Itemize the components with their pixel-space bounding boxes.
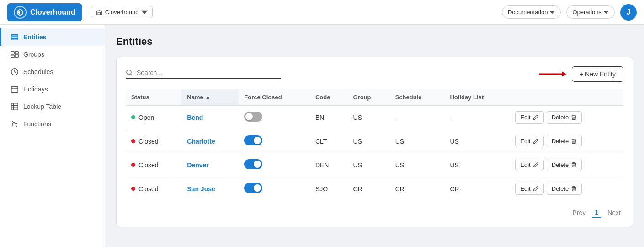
- edit-button-3[interactable]: Edit: [515, 159, 543, 171]
- svg-rect-5: [11, 52, 14, 54]
- sidebar: Entities Groups Schedules Holidays: [0, 25, 105, 247]
- prev-button[interactable]: Prev: [570, 208, 589, 217]
- documentation-label: Documentation: [508, 9, 548, 16]
- edit-button-2[interactable]: Edit: [515, 135, 543, 147]
- cell-holiday-list-3: US: [444, 153, 510, 177]
- logo-text: Cloverhound: [30, 8, 75, 16]
- search-input[interactable]: [137, 69, 281, 76]
- entity-link-2[interactable]: Charlotte: [187, 138, 215, 145]
- svg-rect-10: [11, 87, 18, 93]
- toolbar: + New Entity: [126, 66, 623, 82]
- table-row: Closed Denver DEN US US US Edit: [126, 153, 623, 177]
- entity-link-4[interactable]: San Jose: [187, 185, 215, 193]
- toggle-2[interactable]: [244, 135, 262, 145]
- edit-button-1[interactable]: Edit: [515, 111, 543, 124]
- lookup-table-icon: [11, 102, 19, 111]
- sidebar-item-schedules[interactable]: Schedules: [0, 63, 105, 81]
- toggle-4[interactable]: [244, 183, 262, 193]
- col-force-closed[interactable]: Force Closed: [239, 89, 310, 106]
- pagination: Prev 1 Next: [126, 208, 623, 218]
- delete-button-4[interactable]: Delete: [547, 183, 582, 195]
- schedules-icon: [11, 68, 19, 76]
- doc-chevron-icon: [549, 10, 555, 15]
- cell-actions-3: Edit Delete: [510, 153, 623, 177]
- col-group[interactable]: Group: [348, 89, 390, 106]
- toggle-1[interactable]: [244, 112, 262, 122]
- col-schedule[interactable]: Schedule: [390, 89, 445, 106]
- next-button[interactable]: Next: [605, 208, 623, 217]
- table-row: Closed San Jose SJO CR CR CR Edit: [126, 177, 623, 201]
- cell-name-2: Charlotte: [181, 129, 239, 153]
- new-entity-label: + New Entity: [580, 70, 616, 78]
- cell-holiday-list-4: CR: [444, 177, 510, 201]
- svg-marker-14: [562, 71, 566, 77]
- svg-rect-7: [15, 52, 18, 54]
- logo[interactable]: Cloverhound: [7, 3, 82, 21]
- delete-button-1[interactable]: Delete: [547, 111, 582, 124]
- page-title: Entities: [116, 36, 633, 48]
- cell-group-1: US: [348, 106, 390, 129]
- edit-icon-4: [533, 186, 539, 192]
- edit-label-3: Edit: [520, 161, 530, 168]
- holidays-icon: [11, 85, 19, 93]
- status-text-1: Open: [138, 114, 154, 121]
- delete-label-2: Delete: [552, 138, 569, 145]
- table-row: Closed Charlotte CLT US US US Edit: [126, 129, 623, 153]
- col-name[interactable]: Name ▲: [181, 89, 239, 106]
- status-dot-1: [131, 115, 135, 119]
- toggle-3[interactable]: [244, 159, 262, 169]
- entity-link-1[interactable]: Bend: [187, 114, 203, 121]
- new-entity-button[interactable]: + New Entity: [572, 66, 623, 82]
- cell-name-3: Denver: [181, 153, 239, 177]
- sidebar-item-lookup-table[interactable]: Lookup Table: [0, 98, 105, 115]
- action-group-4: Edit Delete: [515, 183, 618, 195]
- action-group-3: Edit Delete: [515, 159, 618, 171]
- cell-name-4: San Jose: [181, 177, 239, 201]
- sidebar-item-entities[interactable]: Entities: [0, 28, 105, 46]
- breadcrumb-button[interactable]: Cloverhound: [91, 6, 153, 18]
- delete-button-2[interactable]: Delete: [547, 135, 582, 147]
- user-avatar[interactable]: J: [620, 4, 637, 21]
- trash-icon-3: [571, 162, 577, 168]
- content-area: Entities: [105, 25, 644, 247]
- entity-link-3[interactable]: Denver: [187, 161, 208, 169]
- trash-icon-1: [571, 114, 577, 120]
- svg-rect-2: [11, 35, 18, 36]
- edit-button-4[interactable]: Edit: [515, 183, 543, 195]
- chevron-down-icon: [141, 9, 148, 16]
- operations-button[interactable]: Operations: [566, 5, 615, 19]
- groups-icon: [11, 50, 19, 59]
- current-page[interactable]: 1: [592, 208, 601, 218]
- delete-button-3[interactable]: Delete: [547, 159, 582, 171]
- sidebar-item-groups[interactable]: Groups: [0, 46, 105, 63]
- svg-rect-1: [96, 11, 101, 15]
- cell-schedule-2: US: [390, 129, 445, 153]
- logo-icon: [14, 6, 27, 19]
- logo-svg: [16, 9, 24, 16]
- col-status[interactable]: Status: [126, 89, 181, 106]
- edit-icon-3: [533, 162, 539, 168]
- sidebar-item-functions[interactable]: Functions: [0, 115, 105, 133]
- svg-point-12: [127, 70, 131, 75]
- arrow-indicator: [539, 69, 566, 80]
- status-dot-4: [131, 187, 135, 191]
- documentation-button[interactable]: Documentation: [502, 5, 561, 19]
- edit-label-2: Edit: [520, 138, 530, 145]
- search-icon: [126, 69, 133, 76]
- cell-status-4: Closed: [126, 177, 181, 201]
- col-holiday-list[interactable]: Holiday List: [444, 89, 510, 106]
- table-header: Status Name ▲ Force Closed Code Group Sc…: [126, 89, 623, 106]
- action-group-2: Edit Delete: [515, 135, 618, 147]
- operations-label: Operations: [572, 9, 601, 16]
- trash-icon-2: [571, 138, 577, 144]
- cell-schedule-4: CR: [390, 177, 445, 201]
- col-code[interactable]: Code: [310, 89, 348, 106]
- sidebar-item-holidays[interactable]: Holidays: [0, 81, 105, 98]
- arrow-svg: [539, 69, 566, 80]
- table-row: Open Bend BN US - - Edit: [126, 106, 623, 129]
- cell-actions-2: Edit Delete: [510, 129, 623, 153]
- svg-rect-6: [11, 55, 14, 58]
- topbar: Cloverhound Cloverhound Documentation Op…: [0, 0, 644, 25]
- delete-label-4: Delete: [552, 185, 569, 192]
- entities-icon: [11, 33, 19, 41]
